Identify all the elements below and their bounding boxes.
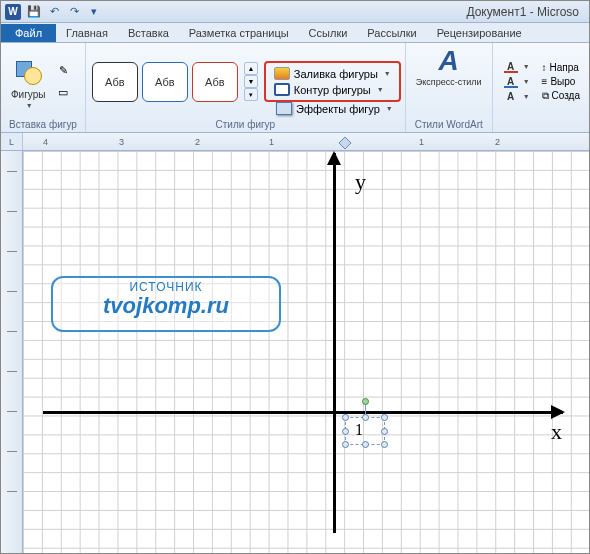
ruler-corner[interactable]: L bbox=[1, 133, 23, 151]
ruler-num: 1 bbox=[269, 137, 274, 147]
quick-styles-label: Экспресс-стили bbox=[416, 77, 482, 87]
create-label: Созда bbox=[552, 90, 580, 101]
shape-outline-button[interactable]: Контур фигуры ▼ bbox=[270, 82, 395, 97]
text-fill-icon: A bbox=[504, 61, 518, 73]
gallery-up-button[interactable]: ▲ bbox=[244, 62, 258, 75]
link-icon: ⧉ bbox=[542, 90, 549, 102]
group-label-wordart: Стили WordArt bbox=[412, 118, 486, 132]
effects-label: Эффекты фигур bbox=[296, 103, 380, 115]
outline-label: Контур фигуры bbox=[294, 84, 371, 96]
resize-handle[interactable] bbox=[362, 441, 369, 448]
quick-access-toolbar: 💾 ↶ ↷ ▾ bbox=[25, 3, 103, 21]
resize-handle[interactable] bbox=[342, 414, 349, 421]
text-fill-button[interactable]: A▼ bbox=[501, 60, 533, 74]
vertical-ruler[interactable] bbox=[1, 151, 23, 554]
redo-button[interactable]: ↷ bbox=[65, 3, 83, 21]
chevron-down-icon: ▼ bbox=[26, 102, 33, 109]
svg-marker-0 bbox=[339, 137, 351, 149]
gridlines bbox=[23, 151, 589, 554]
group-wordart: A Экспресс-стили Стили WordArt bbox=[406, 43, 493, 132]
resize-handle[interactable] bbox=[381, 414, 388, 421]
gallery-scroll: ▲ ▼ ▾ bbox=[244, 62, 258, 101]
x-axis-arrow[interactable] bbox=[43, 411, 563, 414]
resize-handle[interactable] bbox=[342, 441, 349, 448]
resize-handle[interactable] bbox=[342, 428, 349, 435]
fill-icon bbox=[274, 67, 290, 80]
shapes-label: Фигуры bbox=[11, 89, 45, 100]
chevron-down-icon: ▼ bbox=[377, 86, 384, 93]
direction-label: Напра bbox=[550, 62, 579, 73]
rotation-handle[interactable] bbox=[362, 398, 369, 405]
ruler-num: 2 bbox=[195, 137, 200, 147]
document-area: L 4 3 2 1 1 2 y x 1 bbox=[1, 133, 589, 554]
highlighted-format-options: Заливка фигуры ▼ Контур фигуры ▼ bbox=[266, 63, 399, 100]
text-direction-button[interactable]: ↕Напра bbox=[539, 61, 583, 74]
ruler-num: 2 bbox=[495, 137, 500, 147]
title-bar: W 💾 ↶ ↷ ▾ Документ1 - Microso bbox=[1, 1, 589, 23]
y-axis-arrow[interactable] bbox=[333, 153, 336, 533]
watermark-source: ИСТОЧНИК tvojkomp.ru bbox=[51, 276, 281, 332]
effects-icon bbox=[276, 102, 292, 115]
text-box-button[interactable]: ▭ bbox=[53, 83, 73, 103]
page-canvas[interactable]: y x 1 ИСТОЧНИК tvojkomp.ru bbox=[23, 151, 589, 554]
resize-handle[interactable] bbox=[362, 414, 369, 421]
group-label-insert: Вставка фигур bbox=[7, 118, 79, 132]
document-title: Документ1 - Microso bbox=[103, 5, 585, 19]
group-shape-styles: Абв Абв Абв ▲ ▼ ▾ Заливка фигуры ▼ Конту… bbox=[86, 43, 406, 132]
edit-shape-button[interactable]: ✎ bbox=[53, 61, 73, 81]
shapes-button[interactable]: Фигуры ▼ bbox=[7, 53, 49, 111]
tab-review[interactable]: Рецензирование bbox=[427, 25, 532, 42]
group-text: A▼ A▼ A▼ ↕Напра ≡Выро ⧉Созда bbox=[493, 43, 589, 132]
text-effects-icon: A bbox=[504, 91, 518, 103]
text-outline-button[interactable]: A▼ bbox=[501, 75, 533, 89]
align-icon: ≡ bbox=[542, 76, 548, 87]
shapes-icon bbox=[12, 55, 44, 87]
tab-home[interactable]: Главная bbox=[56, 25, 118, 42]
direction-icon: ↕ bbox=[542, 62, 547, 73]
y-axis-label[interactable]: y bbox=[355, 169, 366, 195]
ruler-num: 1 bbox=[419, 137, 424, 147]
qat-more-button[interactable]: ▾ bbox=[85, 3, 103, 21]
create-link-button[interactable]: ⧉Созда bbox=[539, 89, 583, 103]
ruler-num: 3 bbox=[119, 137, 124, 147]
ribbon: Фигуры ▼ ✎ ▭ Вставка фигур Абв Абв Абв ▲… bbox=[1, 43, 589, 133]
gallery-down-button[interactable]: ▼ bbox=[244, 75, 258, 88]
gallery-more-button[interactable]: ▾ bbox=[244, 88, 258, 101]
tab-file[interactable]: Файл bbox=[1, 24, 56, 42]
text-box-content[interactable]: 1 bbox=[355, 421, 363, 439]
save-button[interactable]: 💾 bbox=[25, 3, 43, 21]
group-insert-shapes: Фигуры ▼ ✎ ▭ Вставка фигур bbox=[1, 43, 86, 132]
ruler-num: 4 bbox=[43, 137, 48, 147]
chevron-down-icon: ▼ bbox=[386, 105, 393, 112]
undo-button[interactable]: ↶ bbox=[45, 3, 63, 21]
wordart-icon: A bbox=[439, 47, 459, 75]
tab-references[interactable]: Ссылки bbox=[299, 25, 358, 42]
tab-mailings[interactable]: Рассылки bbox=[357, 25, 426, 42]
group-label-text bbox=[499, 118, 583, 132]
shape-fill-button[interactable]: Заливка фигуры ▼ bbox=[270, 66, 395, 81]
quick-styles-button[interactable]: A Экспресс-стили bbox=[412, 45, 486, 89]
watermark-line2: tvojkomp.ru bbox=[61, 294, 271, 318]
indent-marker[interactable] bbox=[339, 137, 349, 147]
text-effects-button[interactable]: A▼ bbox=[501, 90, 533, 104]
shape-style-3[interactable]: Абв bbox=[192, 62, 238, 102]
resize-handle[interactable] bbox=[381, 428, 388, 435]
watermark-line1: ИСТОЧНИК bbox=[61, 280, 271, 294]
outline-icon bbox=[274, 83, 290, 96]
text-outline-icon: A bbox=[504, 76, 518, 88]
word-app-icon: W bbox=[5, 4, 21, 20]
tab-layout[interactable]: Разметка страницы bbox=[179, 25, 299, 42]
resize-handle[interactable] bbox=[381, 441, 388, 448]
horizontal-ruler[interactable]: L 4 3 2 1 1 2 bbox=[1, 133, 589, 151]
fill-label: Заливка фигуры bbox=[294, 68, 378, 80]
chevron-down-icon: ▼ bbox=[384, 70, 391, 77]
selected-text-box[interactable]: 1 bbox=[345, 417, 385, 445]
ribbon-tabs: Файл Главная Вставка Разметка страницы С… bbox=[1, 23, 589, 43]
shape-style-2[interactable]: Абв bbox=[142, 62, 188, 102]
tab-insert[interactable]: Вставка bbox=[118, 25, 179, 42]
shape-effects-button[interactable]: Эффекты фигур ▼ bbox=[272, 101, 397, 116]
align-text-button[interactable]: ≡Выро bbox=[539, 75, 583, 88]
x-axis-label[interactable]: x bbox=[551, 419, 562, 445]
align-label: Выро bbox=[550, 76, 575, 87]
shape-style-1[interactable]: Абв bbox=[92, 62, 138, 102]
